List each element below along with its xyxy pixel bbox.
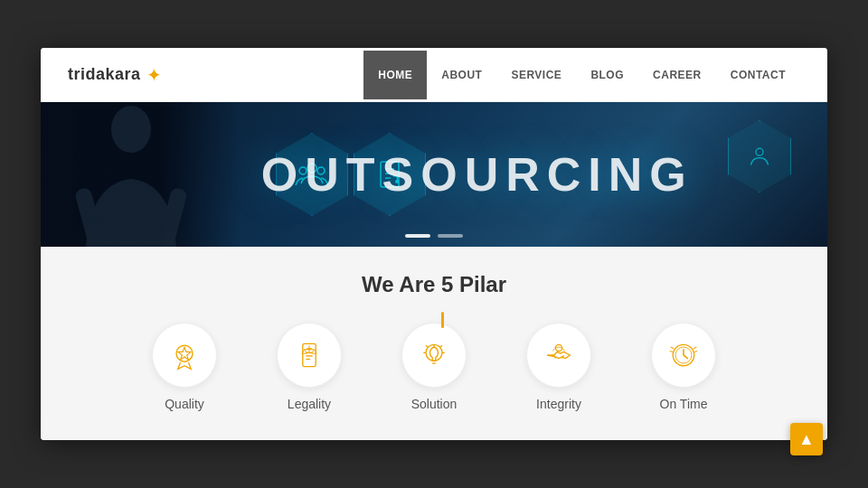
- nav-item-about[interactable]: ABOUT: [427, 51, 496, 99]
- pillar-solution: Solution: [384, 323, 484, 411]
- ontime-icon-circle: [651, 323, 716, 388]
- nav-link-home[interactable]: HOME: [363, 51, 427, 99]
- legality-icon: [293, 339, 326, 371]
- hero-section: OUTSOURCING: [41, 102, 827, 247]
- integrity-label: Integrity: [536, 397, 581, 411]
- hero-title: OUTSOURCING: [261, 147, 693, 202]
- nav-link-service[interactable]: SERVICE: [496, 51, 576, 99]
- person-silhouette: [59, 102, 203, 247]
- pillars-section: We Are 5 Pilar Quality: [41, 247, 827, 440]
- ontime-label: On Time: [660, 397, 708, 411]
- quality-icon-circle: [152, 323, 217, 388]
- nav-link-contact[interactable]: CONTACT: [716, 51, 800, 99]
- solution-icon: [418, 339, 450, 371]
- logo[interactable]: tridakara✦: [68, 64, 162, 86]
- nav-item-home[interactable]: HOME: [363, 51, 427, 99]
- pillar-quality: Quality: [135, 323, 234, 411]
- solution-icon-circle: [401, 323, 467, 388]
- nav-link-career[interactable]: CAREER: [638, 51, 716, 99]
- hero-left-overlay: [41, 102, 240, 247]
- pillar-legality: Legality: [259, 323, 359, 411]
- pillars-grid: Quality: [59, 323, 809, 411]
- svg-point-0: [111, 106, 151, 153]
- slide-dot-1[interactable]: [405, 234, 430, 238]
- integrity-icon: [542, 339, 575, 371]
- pillars-title: We Are 5 Pilar: [59, 272, 809, 297]
- quality-label: Quality: [165, 397, 204, 411]
- integrity-icon-circle: [526, 323, 591, 388]
- pillar-ontime: On Time: [634, 323, 733, 411]
- hex-outline-1: [728, 120, 791, 192]
- nav-item-blog[interactable]: BLOG: [576, 51, 638, 99]
- ontime-icon: [667, 339, 700, 371]
- svg-point-8: [756, 148, 763, 155]
- scroll-top-icon: ▲: [798, 430, 815, 449]
- logo-star: ✦: [146, 64, 162, 86]
- svg-marker-10: [178, 347, 191, 360]
- pillar-integrity: Integrity: [509, 323, 609, 411]
- legality-label: Legality: [288, 397, 331, 411]
- browser-window: tridakara✦ HOME ABOUT SERVICE BLOG CAREE…: [41, 48, 827, 440]
- hex-right-container: [728, 120, 791, 192]
- slide-indicators: [405, 234, 463, 238]
- nav-link-blog[interactable]: BLOG: [576, 51, 638, 99]
- nav-item-career[interactable]: CAREER: [638, 51, 716, 99]
- scroll-top-button[interactable]: ▲: [790, 423, 823, 455]
- nav-item-service[interactable]: SERVICE: [496, 51, 576, 99]
- solution-label: Solution: [411, 397, 458, 411]
- legality-icon-circle: [277, 323, 342, 388]
- navbar: tridakara✦ HOME ABOUT SERVICE BLOG CAREE…: [41, 48, 827, 102]
- quality-icon: [168, 339, 201, 371]
- nav-link-about[interactable]: ABOUT: [427, 51, 496, 99]
- slide-dot-2[interactable]: [438, 234, 463, 238]
- nav-item-contact[interactable]: CONTACT: [716, 51, 800, 99]
- nav-links: HOME ABOUT SERVICE BLOG CAREER CONTACT: [363, 51, 800, 99]
- accent-line: [441, 312, 444, 328]
- logo-text: tridakara: [68, 65, 141, 84]
